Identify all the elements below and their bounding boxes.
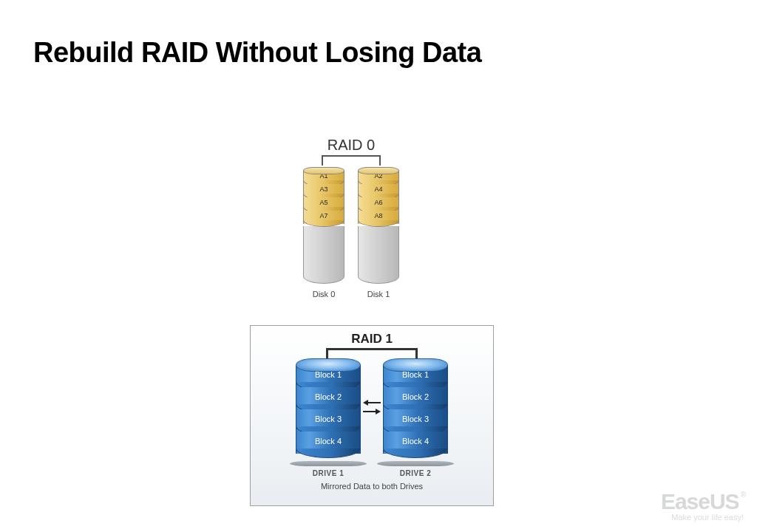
raid1-block: Block 2 [296, 387, 361, 409]
raid1-drive-label: DRIVE 2 [400, 469, 431, 477]
cylinder-top-icon [358, 167, 399, 174]
raid1-block: Block 2 [383, 387, 448, 409]
raid1-block: Block 4 [383, 432, 448, 454]
arrow-right-icon [363, 409, 381, 415]
raid1-diagram: RAID 1 Block 1 Block 2 Block 3 Block 4 D… [250, 325, 494, 506]
raid0-block: A8 [358, 211, 399, 224]
cylinder-body-icon [358, 226, 399, 284]
page-title: Rebuild RAID Without Losing Data [0, 0, 757, 69]
raid1-drive-1: Block 1 Block 2 Block 3 Block 4 DRIVE 1 [296, 358, 361, 477]
mirror-arrows-icon [363, 400, 381, 415]
cylinder-top-icon [296, 358, 361, 372]
raid0-block: A4 [358, 184, 399, 197]
easeus-logo: EaseUS® Make your life easy! [661, 489, 744, 522]
raid1-drive-2: Block 1 Block 2 Block 3 Block 4 DRIVE 2 [383, 358, 448, 477]
cylinder-base-icon [290, 461, 367, 466]
raid1-block: Block 3 [383, 409, 448, 432]
raid1-drive-label: DRIVE 1 [313, 469, 344, 477]
arrow-left-icon [363, 400, 381, 406]
raid1-connector-icon [305, 348, 438, 358]
raid1-block: Block 4 [296, 432, 361, 454]
raid0-disk-1: A2 A4 A6 A8 Disk 1 [358, 167, 399, 299]
cylinder-top-icon [383, 358, 448, 372]
raid1-heading: RAID 1 [258, 332, 486, 347]
raid1-block: Block 3 [296, 409, 361, 432]
raid0-block: A3 [303, 184, 344, 197]
raid0-block: A5 [303, 197, 344, 211]
registered-icon: ® [741, 491, 745, 499]
cylinder-body-icon [303, 226, 344, 284]
raid1-caption: Mirrored Data to both Drives [258, 482, 486, 491]
raid0-block: A6 [358, 197, 399, 211]
raid0-disk-label: Disk 1 [367, 290, 390, 299]
raid0-connector-icon [307, 155, 396, 166]
raid0-disk-label: Disk 0 [313, 290, 336, 299]
logo-brand-text: EaseUS [661, 489, 739, 514]
raid0-heading: RAID 0 [281, 137, 421, 154]
cylinder-base-icon [377, 461, 454, 466]
raid0-block: A7 [303, 211, 344, 224]
raid0-diagram: RAID 0 A1 A3 A5 A7 Disk 0 A2 A4 A6 A8 Di… [281, 137, 421, 299]
cylinder-top-icon [303, 167, 344, 174]
raid0-disk-0: A1 A3 A5 A7 Disk 0 [303, 167, 344, 299]
